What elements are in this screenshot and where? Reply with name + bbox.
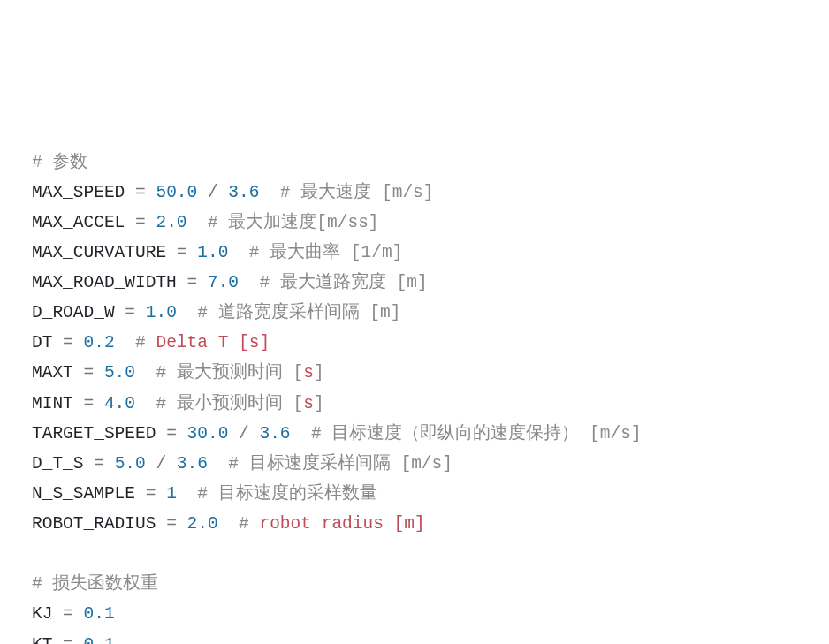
- operator: /: [228, 424, 259, 443]
- code-block: # 参数MAX_SPEED = 50.0 / 3.6 # 最大速度 [m/s]M…: [32, 148, 797, 645]
- comment: #: [135, 394, 177, 413]
- comment-text: 最大曲率 [1/m]: [270, 243, 402, 262]
- operator: /: [197, 183, 228, 202]
- number-literal: 3.6: [177, 454, 208, 474]
- code-line: MAX_ROAD_WIDTH = 7.0 # 最大道路宽度 [m]: [32, 268, 797, 298]
- comment-text: 最小预测时间 [: [177, 394, 303, 413]
- identifier: KJ: [32, 604, 52, 624]
- comment-text: 最大加速度[m/ss]: [228, 213, 378, 232]
- code-line: N_S_SAMPLE = 1 # 目标速度的采样数量: [32, 479, 797, 509]
- operator-eq: =: [73, 394, 104, 413]
- number-literal: 7.0: [208, 273, 239, 292]
- identifier: KT: [32, 635, 52, 645]
- number-literal: 5.0: [104, 363, 135, 383]
- code-line: D_T_S = 5.0 / 3.6 # 目标速度采样间隔 [m/s]: [32, 449, 797, 479]
- number-literal: 50.0: [156, 183, 197, 202]
- number-literal: 2.0: [187, 514, 218, 534]
- number-literal: 0.2: [84, 333, 115, 352]
- comment: #: [187, 213, 229, 232]
- code-line: # 参数: [32, 148, 797, 178]
- operator-eq: =: [115, 303, 146, 322]
- identifier: N_S_SAMPLE: [32, 484, 135, 504]
- code-line: [32, 539, 797, 569]
- number-literal: 1.0: [197, 243, 228, 262]
- comment-text: s: [303, 363, 314, 383]
- comment-text: ]: [314, 394, 324, 413]
- comment-text: 目标速度的采样数量: [218, 484, 377, 504]
- comment: #: [239, 273, 280, 292]
- comment-text: 最大预测时间 [: [177, 363, 303, 383]
- comment: #: [177, 303, 218, 322]
- comment: #: [228, 243, 270, 262]
- identifier: DT: [32, 333, 52, 352]
- number-literal: 1.0: [146, 303, 177, 322]
- comment-text: 最大道路宽度 [m]: [280, 273, 428, 292]
- code-line: KJ = 0.1: [32, 599, 797, 629]
- comment-text: Delta T [s]: [156, 333, 270, 352]
- comment-text: 目标速度（即纵向的速度保持） [m/s]: [331, 424, 641, 443]
- code-line: ROBOT_RADIUS = 2.0 # robot radius [m]: [32, 509, 797, 539]
- operator-eq: =: [125, 183, 156, 202]
- operator-eq: =: [156, 424, 186, 443]
- comment-text: ]: [314, 363, 324, 383]
- operator-eq: =: [125, 213, 156, 232]
- identifier: MAXT: [32, 363, 73, 383]
- comment-text: 最大速度 [m/s]: [300, 183, 433, 202]
- operator-eq: =: [52, 333, 83, 352]
- number-literal: 5.0: [115, 454, 146, 474]
- code-line: TARGET_SPEED = 30.0 / 3.6 # 目标速度（即纵向的速度保…: [32, 419, 797, 449]
- identifier: MINT: [32, 394, 73, 413]
- code-line: MAXT = 5.0 # 最大预测时间 [s]: [32, 358, 797, 388]
- number-literal: 3.6: [228, 183, 259, 202]
- number-literal: 0.1: [84, 604, 115, 624]
- comment: #: [177, 484, 218, 504]
- operator: /: [146, 454, 177, 474]
- number-literal: 3.6: [259, 424, 290, 443]
- identifier: D_ROAD_W: [32, 303, 115, 322]
- operator-eq: =: [84, 454, 115, 474]
- identifier: MAX_CURVATURE: [32, 243, 166, 262]
- code-line: # 损失函数权重: [32, 569, 797, 599]
- operator-eq: =: [166, 243, 197, 262]
- comment-text: 目标速度采样间隔 [m/s]: [249, 454, 453, 474]
- comment: #: [259, 183, 300, 202]
- operator-eq: =: [52, 604, 83, 624]
- comment: #: [115, 333, 156, 352]
- comment: # 损失函数权重: [32, 574, 158, 594]
- comment-text: s: [303, 394, 314, 413]
- operator-eq: =: [135, 484, 166, 504]
- code-line: MINT = 4.0 # 最小预测时间 [s]: [32, 389, 797, 419]
- comment: #: [291, 424, 332, 443]
- identifier: D_T_S: [32, 454, 84, 474]
- comment: # 参数: [32, 153, 87, 172]
- comment: #: [135, 363, 177, 383]
- identifier: MAX_ROAD_WIDTH: [32, 273, 177, 292]
- comment: #: [208, 454, 249, 474]
- comment-text: 道路宽度采样间隔 [m]: [218, 303, 401, 322]
- identifier: MAX_SPEED: [32, 183, 125, 202]
- code-line: MAX_ACCEL = 2.0 # 最大加速度[m/ss]: [32, 208, 797, 238]
- code-line: DT = 0.2 # Delta T [s]: [32, 328, 797, 358]
- operator-eq: =: [156, 514, 186, 534]
- number-literal: 30.0: [187, 424, 229, 443]
- identifier: MAX_ACCEL: [32, 213, 125, 232]
- comment-text: robot radius [m]: [259, 514, 424, 534]
- code-line: MAX_CURVATURE = 1.0 # 最大曲率 [1/m]: [32, 238, 797, 268]
- comment: #: [218, 514, 260, 534]
- operator-eq: =: [73, 363, 104, 383]
- identifier: TARGET_SPEED: [32, 424, 156, 443]
- code-line: MAX_SPEED = 50.0 / 3.6 # 最大速度 [m/s]: [32, 178, 797, 208]
- number-literal: 4.0: [104, 394, 135, 413]
- code-line: D_ROAD_W = 1.0 # 道路宽度采样间隔 [m]: [32, 298, 797, 328]
- operator-eq: =: [177, 273, 208, 292]
- code-line: KT = 0.1: [32, 630, 797, 645]
- identifier: ROBOT_RADIUS: [32, 514, 156, 534]
- number-literal: 2.0: [156, 213, 186, 232]
- number-literal: 0.1: [84, 635, 115, 645]
- number-literal: 1: [166, 484, 177, 504]
- operator-eq: =: [52, 635, 83, 645]
